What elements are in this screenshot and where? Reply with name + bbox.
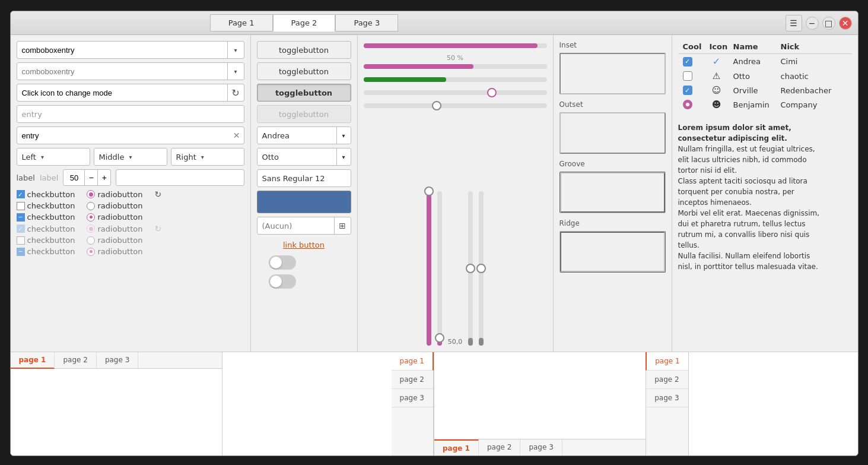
checkbox-4[interactable]: ✓: [17, 224, 25, 233]
combo-entry-1-arrow[interactable]: ▾: [227, 42, 244, 58]
checkbox-1[interactable]: ✓: [17, 190, 25, 198]
hslider-2-track[interactable]: [364, 64, 547, 69]
combo-entry-3[interactable]: ↻: [17, 84, 244, 102]
color-button[interactable]: [257, 191, 351, 213]
radiobutton-5[interactable]: [87, 236, 95, 245]
minimize-button[interactable]: −: [806, 17, 819, 30]
left-panel: ▾ ▾ ↻ entry ✕ Lef: [11, 35, 251, 352]
btab-1-page3[interactable]: page 3: [97, 352, 138, 368]
entry-1[interactable]: entry: [17, 105, 244, 123]
hslider-5: [364, 101, 547, 110]
radio-1[interactable]: radiobutton: [87, 190, 142, 199]
checkbox-2[interactable]: [17, 202, 25, 210]
combo-entry-1-input[interactable]: [17, 46, 227, 55]
switch-1[interactable]: [269, 255, 296, 270]
radio-benjamin[interactable]: [683, 100, 692, 109]
dropdown-right[interactable]: Right ▾: [171, 148, 244, 166]
radio-4[interactable]: radiobutton: [87, 224, 142, 233]
radio-6[interactable]: radiobutton: [87, 247, 142, 256]
combo-entry-3-input[interactable]: [17, 88, 227, 97]
dropdown-left[interactable]: Left ▾: [17, 148, 90, 166]
toggle-3[interactable]: togglebutton: [257, 84, 351, 102]
hslider-4-track[interactable]: [364, 90, 547, 95]
hslider-4-thumb: [487, 88, 497, 97]
combo-otto-arrow[interactable]: ▾: [336, 148, 351, 165]
dropdown-middle[interactable]: Middle ▾: [94, 148, 167, 166]
combo-entry-2-input[interactable]: [17, 67, 227, 76]
btab-3-page3[interactable]: page 3: [520, 439, 562, 455]
check-4[interactable]: ✓ checkbutton: [17, 224, 75, 233]
vtab-4-page2[interactable]: page 2: [646, 371, 688, 389]
switch-2[interactable]: [269, 274, 296, 289]
hslider-3-track[interactable]: [364, 77, 547, 82]
vtab-2-page1[interactable]: page 1: [392, 352, 434, 371]
combo-entry-3-refresh[interactable]: ↻: [227, 84, 244, 101]
check-3[interactable]: − checkbutton: [17, 213, 75, 222]
checkbox-3[interactable]: −: [17, 213, 25, 222]
combo-entry-1[interactable]: ▾: [17, 41, 244, 59]
check-6[interactable]: − checkbutton: [17, 247, 75, 256]
btab-1-page2[interactable]: page 2: [55, 352, 96, 368]
combo-andrea[interactable]: Andrea ▾: [257, 126, 351, 144]
checkbox-otto[interactable]: [683, 71, 692, 81]
vtab-4-page3[interactable]: page 3: [646, 389, 688, 407]
combo-andrea-arrow[interactable]: ▾: [336, 127, 351, 144]
vslider-1-track[interactable]: [427, 191, 431, 346]
checkbox-6[interactable]: −: [17, 248, 25, 256]
combo-entry-2-arrow[interactable]: ▾: [227, 63, 244, 80]
close-button[interactable]: ✕: [839, 17, 852, 30]
btab-3-page1[interactable]: page 1: [434, 439, 479, 456]
vslider-3-track[interactable]: [468, 191, 473, 346]
vtab-4-page1[interactable]: page 1: [646, 352, 688, 371]
hslider-1-track[interactable]: [364, 43, 547, 48]
check-5[interactable]: checkbutton: [17, 236, 75, 245]
td-cool-orville[interactable]: ✓: [678, 86, 705, 95]
td-cool-otto[interactable]: [678, 71, 705, 81]
hslider-5-track[interactable]: [364, 103, 547, 108]
vslider-4-track[interactable]: [479, 191, 484, 346]
vslider-2-track[interactable]: [437, 191, 442, 346]
checkbox-5[interactable]: [17, 236, 25, 245]
check-2[interactable]: checkbutton: [17, 201, 75, 210]
radiobutton-2[interactable]: [87, 202, 95, 210]
entry-2-clear[interactable]: ✕: [230, 127, 244, 144]
tab-page1[interactable]: Page 1: [210, 14, 273, 31]
entry-2[interactable]: ✕: [17, 126, 244, 144]
checkbox-orville[interactable]: ✓: [683, 86, 692, 95]
entry-2-input[interactable]: [17, 131, 230, 140]
combo-entry-2[interactable]: ▾: [17, 62, 244, 80]
file-chooser[interactable]: (Aucun) ⊞: [257, 217, 351, 235]
checkbox-andrea[interactable]: ✓: [683, 57, 692, 67]
spin-minus[interactable]: −: [84, 170, 97, 185]
spin-plus[interactable]: +: [97, 170, 110, 185]
refresh-spin[interactable]: ↻: [154, 189, 161, 199]
file-chooser-icon[interactable]: ⊞: [334, 217, 351, 234]
tab-page2[interactable]: Page 2: [273, 14, 336, 31]
vtab-2-page2[interactable]: page 2: [392, 371, 433, 389]
radiobutton-4[interactable]: [87, 224, 95, 233]
radio-3[interactable]: radiobutton: [87, 213, 142, 222]
spinbox[interactable]: − +: [63, 169, 111, 186]
maximize-button[interactable]: □: [822, 17, 835, 30]
font-row[interactable]: Sans Regular 12: [257, 169, 351, 187]
radiobutton-6[interactable]: [87, 248, 95, 256]
radiobutton-1[interactable]: [87, 190, 95, 198]
menu-button[interactable]: ☰: [786, 15, 802, 31]
check-1[interactable]: ✓ checkbutton: [17, 190, 75, 199]
vtab-2-page3[interactable]: page 3: [392, 389, 433, 407]
text-line2: consectetur adipiscing elit.: [678, 134, 787, 143]
radio-5[interactable]: radiobutton: [87, 236, 142, 245]
tab-page3[interactable]: Page 3: [335, 14, 398, 31]
toggle-1[interactable]: togglebutton: [257, 41, 351, 59]
toggle-2[interactable]: togglebutton: [257, 62, 351, 80]
td-cool-benjamin[interactable]: [678, 100, 705, 109]
radiobutton-3[interactable]: [87, 213, 95, 222]
link-button[interactable]: link button: [257, 238, 351, 252]
btab-3-page2[interactable]: page 2: [479, 439, 520, 455]
combo-otto[interactable]: Otto ▾: [257, 148, 351, 166]
td-cool-andrea[interactable]: ✓: [678, 57, 705, 67]
groove-label: Groove: [559, 160, 666, 168]
spin-input[interactable]: [63, 173, 84, 182]
radio-2[interactable]: radiobutton: [87, 201, 142, 210]
btab-1-page1[interactable]: page 1: [11, 352, 55, 369]
